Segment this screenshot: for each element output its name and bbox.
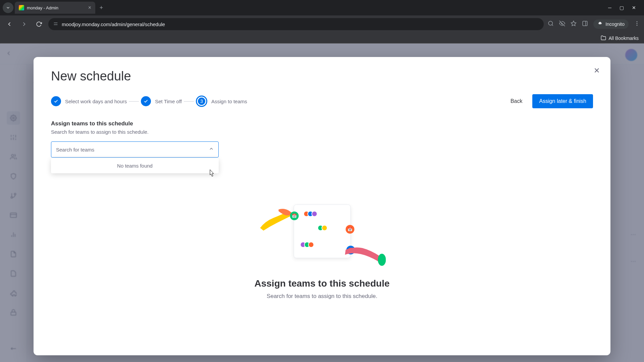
back-button[interactable]: Back xyxy=(504,95,529,108)
empty-state-illustration: 📅 📅 xyxy=(258,198,386,272)
section-subtitle: Search for teams to assign to this sched… xyxy=(51,129,593,135)
svg-point-29 xyxy=(378,254,386,266)
forward-button[interactable] xyxy=(19,19,30,29)
svg-rect-6 xyxy=(583,21,587,26)
address-bar[interactable]: moodjoy.monday.com/admin/general/schedul… xyxy=(48,18,544,30)
tab-search-button[interactable] xyxy=(3,2,13,13)
svg-point-2 xyxy=(548,21,552,25)
window-controls: ─ ▢ ✕ xyxy=(608,5,641,10)
minimize-button[interactable]: ─ xyxy=(608,5,611,10)
url-text: moodjoy.monday.com/admin/general/schedul… xyxy=(62,21,165,27)
step-2-label: Set Time off xyxy=(155,99,182,104)
step-2[interactable]: Set Time off xyxy=(141,96,182,106)
tab-close-icon[interactable]: × xyxy=(88,5,91,11)
panel-icon[interactable] xyxy=(582,20,588,28)
modal-overlay: ✕ New schedule Select work days and hour… xyxy=(0,44,644,362)
tab-favicon xyxy=(19,5,24,10)
stepper-row: Select work days and hours Set Time off … xyxy=(51,94,593,108)
team-search-input[interactable] xyxy=(51,141,219,158)
back-button[interactable] xyxy=(4,19,15,29)
modal-close-button[interactable]: ✕ xyxy=(594,66,600,75)
new-tab-button[interactable]: + xyxy=(97,3,106,12)
bookmarks-folder-icon[interactable] xyxy=(601,35,606,42)
section-title: Assign teams to this schedule xyxy=(51,120,593,127)
tab-title: monday - Admin xyxy=(27,5,58,10)
site-info-icon[interactable] xyxy=(53,21,58,27)
search-icon[interactable] xyxy=(548,20,554,28)
star-icon[interactable] xyxy=(571,20,577,28)
eye-off-icon[interactable] xyxy=(559,20,565,28)
step-connector xyxy=(184,101,194,102)
incognito-badge[interactable]: Incognito xyxy=(593,19,629,29)
step-connector xyxy=(129,101,139,102)
stepper: Select work days and hours Set Time off … xyxy=(51,96,247,107)
assign-later-finish-button[interactable]: Assign later & finish xyxy=(532,94,593,108)
modal-title: New schedule xyxy=(51,69,593,83)
calendar-badge-icon: 📅 xyxy=(345,225,354,234)
dropdown-empty-text: No teams found xyxy=(117,163,153,169)
empty-state-title: Assign teams to this schedule xyxy=(255,278,390,289)
svg-marker-5 xyxy=(571,21,576,26)
browser-chrome: monday - Admin × + ─ ▢ ✕ moodjoy.monday.… xyxy=(0,0,644,44)
close-window-button[interactable]: ✕ xyxy=(632,5,636,10)
browser-toolbar: moodjoy.monday.com/admin/general/schedul… xyxy=(0,15,644,33)
step-3-number: 3 xyxy=(196,96,207,107)
step-3[interactable]: 3 Assign to teams xyxy=(196,96,247,107)
svg-point-8 xyxy=(637,21,638,22)
svg-line-3 xyxy=(552,24,553,25)
check-icon xyxy=(141,96,151,106)
empty-state: 📅 📅 xyxy=(255,198,390,300)
step-1-label: Select work days and hours xyxy=(65,99,127,104)
step-1[interactable]: Select work days and hours xyxy=(51,96,127,106)
empty-state-subtitle: Search for teams to assign to this sched… xyxy=(255,293,390,300)
step-3-label: Assign to teams xyxy=(211,99,247,104)
svg-point-9 xyxy=(637,23,638,24)
page-area: Ad Learn ⋯ ⋯ ✕ New schedule Select work … xyxy=(0,44,644,362)
check-icon xyxy=(51,96,61,106)
calendar-badge-icon: 📅 xyxy=(290,212,299,220)
browser-tab[interactable]: monday - Admin × xyxy=(15,2,95,14)
team-search-dropdown: No teams found xyxy=(51,158,219,173)
browser-menu-icon[interactable] xyxy=(634,20,640,28)
all-bookmarks-button[interactable]: All Bookmarks xyxy=(609,36,639,41)
new-schedule-modal: ✕ New schedule Select work days and hour… xyxy=(34,57,610,355)
stepper-actions: Back Assign later & finish xyxy=(504,94,593,108)
bookmarks-bar: All Bookmarks xyxy=(0,33,644,44)
maximize-button[interactable]: ▢ xyxy=(620,5,624,10)
team-search-combobox[interactable]: No teams found xyxy=(51,141,219,158)
svg-point-10 xyxy=(637,25,638,26)
tab-bar: monday - Admin × + ─ ▢ ✕ xyxy=(0,0,644,15)
reload-button[interactable] xyxy=(34,19,44,29)
